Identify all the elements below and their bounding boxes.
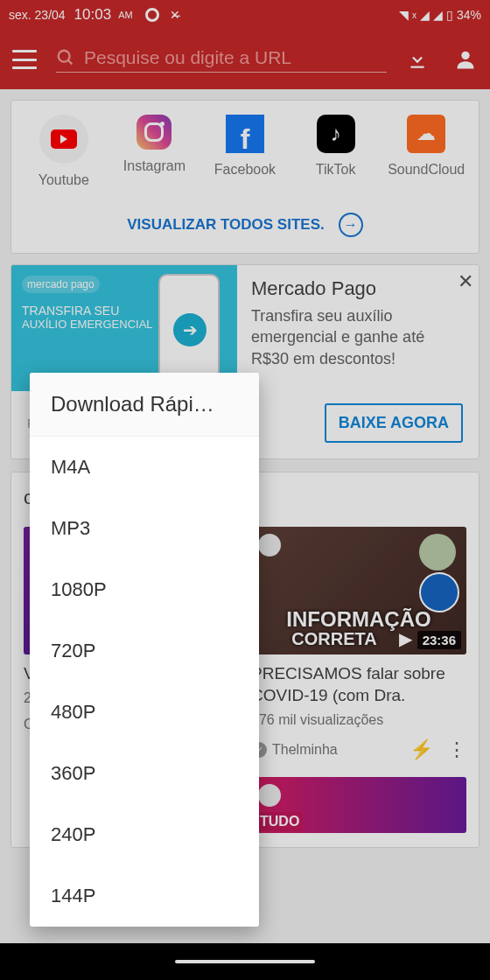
video-thumbnail: INFORMAÇÃO CORRETA ▶ 23:36 [251, 527, 466, 654]
quality-option-240p[interactable]: 240P [30, 804, 259, 865]
story-indicator-icon [258, 784, 281, 807]
site-label: Youtube [38, 172, 89, 188]
download-quality-menu: Download Rápi… M4A MP3 1080P 720P 480P 3… [30, 373, 259, 927]
view-all-sites-button[interactable]: VISUALIZAR TODOS SITES. → [18, 213, 472, 237]
home-indicator[interactable] [175, 960, 315, 963]
quality-option-m4a[interactable]: M4A [30, 437, 259, 498]
facebook-icon: f [226, 115, 264, 153]
soundcloud-icon: ☁ [407, 115, 445, 153]
video-views: 576 mil visualizações [251, 712, 466, 728]
guest-avatar [419, 534, 456, 570]
promo-cta-button[interactable]: BAIXE AGORA [325, 403, 463, 443]
status-app-icon: ✕̶ [170, 8, 180, 22]
promo-title: Mercado Pago [251, 277, 454, 300]
quality-option-720p[interactable]: 720P [30, 620, 259, 682]
quality-option-480p[interactable]: 480P [30, 682, 259, 743]
signal-icon: ◢ [420, 8, 430, 22]
site-label: Instagram [123, 158, 186, 174]
site-youtube[interactable]: Youtube [24, 115, 103, 188]
signal-x-icon: x [412, 10, 416, 20]
android-nav-bar [0, 943, 490, 980]
instagram-icon [136, 115, 172, 150]
tiktok-icon: ♪ [317, 115, 355, 153]
status-time: 10:03 [74, 6, 112, 24]
search-icon [56, 48, 75, 67]
battery-percent: 34% [457, 8, 481, 22]
site-label: TikTok [316, 162, 356, 178]
site-label: SoundCloud [388, 162, 465, 178]
android-status-bar: sex. 23/04 10:03 AM ✕̶ ◥ x ◢ ◢ ▯ 34% [0, 0, 490, 30]
search-input[interactable]: Pesquise ou digite a URL [56, 47, 387, 73]
close-promo-button[interactable]: ✕ [458, 270, 473, 293]
video-card[interactable]: INFORMAÇÃO CORRETA ▶ 23:36 PRECISAMOS fa… [251, 527, 466, 761]
site-soundcloud[interactable]: ☁ SoundCloud [387, 115, 466, 188]
more-options-button[interactable]: ⋮ [447, 738, 466, 761]
site-instagram[interactable]: Instagram [115, 115, 193, 188]
signal-icon-2: ◢ [433, 8, 443, 22]
svg-line-1 [68, 60, 73, 64]
app-bar: Pesquise ou digite a URL [0, 30, 490, 89]
view-all-label: VISUALIZAR TODOS SITES. [127, 216, 324, 234]
profile-button[interactable] [453, 47, 478, 72]
battery-icon: ▯ [446, 8, 453, 22]
wifi-icon: ◥ [399, 8, 409, 22]
status-date: sex. 23/04 [9, 8, 66, 22]
site-label: Facebook [214, 162, 276, 178]
downloads-button[interactable] [406, 48, 429, 71]
promo-body: Transfira seu auxílio emergencial e ganh… [251, 305, 454, 369]
video-thumbnail-small[interactable]: TUDO [251, 777, 466, 833]
status-record-icon [145, 8, 159, 22]
story-indicator-icon [258, 534, 281, 556]
menu-button[interactable] [12, 50, 37, 69]
quality-option-1080p[interactable]: 1080P [30, 559, 259, 620]
video-channel: Thelminha [272, 742, 338, 758]
overlay-label: TUDO [256, 812, 303, 831]
site-tiktok[interactable]: ♪ TikTok [297, 115, 375, 188]
site-facebook[interactable]: f Facebook [206, 115, 284, 188]
svg-point-0 [59, 50, 70, 61]
svg-point-2 [461, 52, 469, 60]
quick-sites-card: Youtube Instagram f Facebook ♪ TikTok ☁ … [10, 100, 480, 254]
popup-title: Download Rápi… [30, 373, 259, 437]
arrow-right-icon: → [339, 213, 363, 237]
overlay-text-2: CORRETA [251, 629, 417, 649]
quality-option-360p[interactable]: 360P [30, 743, 259, 804]
search-placeholder: Pesquise ou digite a URL [84, 47, 291, 68]
fast-download-icon[interactable]: ⚡ [410, 738, 433, 761]
youtube-icon [51, 130, 77, 149]
video-title: PRECISAMOS falar sobre COVID-19 (com Dra… [251, 663, 466, 707]
quality-option-mp3[interactable]: MP3 [30, 498, 259, 559]
video-duration: 23:36 [417, 631, 461, 649]
status-ampm: AM [118, 10, 133, 20]
promo-brand: mercado pago [22, 276, 100, 293]
quality-option-144p[interactable]: 144P [30, 865, 259, 927]
overlay-text-1: INFORMAÇÃO [251, 607, 466, 632]
